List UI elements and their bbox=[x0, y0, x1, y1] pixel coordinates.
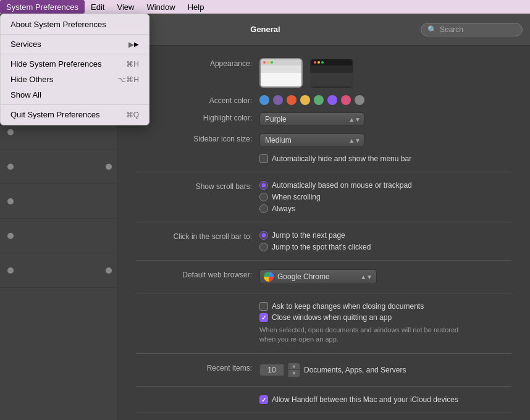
accent-color-green[interactable] bbox=[314, 95, 324, 105]
content-area: Appearance: bbox=[117, 46, 530, 420]
scroll-bars-radio-group: Automatically based on mouse or trackpad… bbox=[259, 181, 412, 213]
scroll-auto-label: Automatically based on mouse or trackpad bbox=[272, 181, 412, 190]
sidebar-icon-4 bbox=[7, 164, 14, 170]
sidebar-icon-size-select[interactable]: Small Medium Large bbox=[259, 133, 364, 147]
jump-page-radio[interactable] bbox=[259, 231, 268, 240]
recent-items-input[interactable] bbox=[259, 364, 284, 376]
highlight-color-row: Highlight color: Purple Blue Green Orang… bbox=[136, 112, 511, 126]
menu-hide[interactable]: Hide System Preferences ⌘H bbox=[1, 56, 149, 72]
accent-color-blue[interactable] bbox=[259, 95, 269, 105]
menu-services[interactable]: Services ▶ bbox=[1, 36, 149, 52]
window-title: General bbox=[110, 25, 421, 34]
scroll-when-radio[interactable] bbox=[259, 193, 268, 201]
highlight-color-select[interactable]: Purple Blue Green Orange Red Gold Pink O… bbox=[259, 112, 364, 126]
menu-separator-2 bbox=[1, 54, 149, 54]
menu-window[interactable]: Window bbox=[140, 0, 181, 14]
divider-4 bbox=[136, 293, 511, 293]
ask-keep-checkbox-item[interactable]: Ask to keep changes when closing documen… bbox=[259, 302, 424, 311]
click-scroll-control: Jump to the next page Jump to the spot t… bbox=[259, 231, 511, 251]
search-box[interactable]: 🔍 bbox=[421, 23, 523, 36]
scroll-when-label: When scrolling bbox=[272, 193, 321, 201]
default-browser-label: Default web browser: bbox=[136, 269, 259, 279]
scroll-bars-row: Show scroll bars: Automatically based on… bbox=[136, 181, 511, 213]
scroll-auto-radio[interactable] bbox=[259, 181, 268, 190]
auto-hide-label-spacer bbox=[136, 154, 259, 156]
auto-hide-control: Automatically hide and show the menu bar bbox=[259, 154, 511, 163]
accent-color-yellow[interactable] bbox=[300, 95, 310, 105]
highlight-color-label: Highlight color: bbox=[136, 112, 259, 122]
auto-hide-checkbox-item[interactable]: Automatically hide and show the menu bar bbox=[259, 154, 411, 163]
jump-spot-radio[interactable] bbox=[259, 243, 268, 251]
highlight-color-select-wrapper: Purple Blue Green Orange Red Gold Pink O… bbox=[259, 112, 364, 126]
menu-view[interactable]: View bbox=[111, 0, 140, 14]
auto-hide-checkbox[interactable] bbox=[259, 154, 268, 163]
accent-color-purple2[interactable] bbox=[327, 95, 337, 105]
stepper-wrapper: ▲ ▼ Documents, Apps, and Servers bbox=[259, 363, 406, 377]
jump-spot-item[interactable]: Jump to the spot that's clicked bbox=[259, 243, 371, 251]
search-input[interactable] bbox=[440, 25, 516, 34]
ask-keep-checkbox[interactable] bbox=[259, 302, 268, 311]
browser-name: Google Chrome bbox=[277, 272, 358, 281]
handoff-checkbox[interactable] bbox=[259, 395, 268, 404]
stepper-down[interactable]: ▼ bbox=[288, 370, 300, 377]
sidebar-item-4[interactable] bbox=[0, 149, 117, 184]
ask-keep-label-spacer bbox=[136, 302, 259, 303]
divider-2 bbox=[136, 222, 511, 222]
scroll-bars-control: Automatically based on mouse or trackpad… bbox=[259, 181, 511, 213]
menu-hide-others[interactable]: Hide Others ⌥⌘H bbox=[1, 72, 149, 87]
stepper-arrows: ▲ ▼ bbox=[288, 363, 300, 377]
sidebar-item-6[interactable] bbox=[0, 219, 117, 253]
handoff-control: Allow Handoff between this Mac and your … bbox=[259, 395, 511, 404]
menu-bar: System Preferences Edit View Window Help bbox=[0, 0, 530, 14]
default-browser-row: Default web browser: Google Chrome ▲▼ bbox=[136, 269, 511, 284]
close-windows-checkbox-item[interactable]: Close windows when quitting an app bbox=[259, 313, 392, 322]
menu-hide-others-shortcut: ⌥⌘H bbox=[117, 75, 139, 84]
sidebar-icon-7 bbox=[7, 267, 14, 274]
recent-items-suffix: Documents, Apps, and Servers bbox=[304, 366, 406, 374]
scroll-auto-item[interactable]: Automatically based on mouse or trackpad bbox=[259, 181, 412, 190]
ask-keep-label: Ask to keep changes when closing documen… bbox=[272, 302, 424, 311]
accent-color-purple[interactable] bbox=[273, 95, 283, 105]
scroll-when-item[interactable]: When scrolling bbox=[259, 193, 412, 201]
divider-5 bbox=[136, 353, 511, 354]
accent-color-orange[interactable] bbox=[287, 95, 297, 105]
browser-select[interactable]: Google Chrome ▲▼ bbox=[259, 269, 377, 284]
scroll-always-item[interactable]: Always bbox=[259, 204, 412, 213]
handoff-checkbox-item[interactable]: Allow Handoff between this Mac and your … bbox=[259, 395, 458, 404]
jump-page-item[interactable]: Jump to the next page bbox=[259, 231, 371, 240]
ask-keep-control: Ask to keep changes when closing documen… bbox=[259, 302, 511, 345]
accent-color-control bbox=[259, 95, 511, 105]
sidebar-icon-6 bbox=[7, 233, 14, 239]
accent-color-gray[interactable] bbox=[355, 95, 364, 105]
sidebar-item-7[interactable] bbox=[0, 253, 117, 288]
accent-color-pink[interactable] bbox=[341, 95, 351, 105]
jump-page-label: Jump to the next page bbox=[272, 231, 345, 240]
menu-quit[interactable]: Quit System Preferences ⌘Q bbox=[1, 107, 149, 122]
sidebar-indicator-7 bbox=[106, 267, 112, 274]
accent-color-row: Accent color: bbox=[136, 95, 511, 105]
menu-separator-3 bbox=[1, 104, 149, 105]
close-windows-checkbox[interactable] bbox=[259, 313, 268, 322]
appearance-light[interactable] bbox=[259, 58, 303, 88]
recent-items-row: Recent items: ▲ ▼ Documents, Apps, and S… bbox=[136, 363, 511, 377]
stepper-up[interactable]: ▲ bbox=[288, 363, 300, 370]
menu-about[interactable]: About System Preferences bbox=[1, 17, 149, 32]
submenu-arrow: ▶ bbox=[128, 40, 134, 49]
menu-edit[interactable]: Edit bbox=[85, 0, 111, 14]
close-windows-label: Close windows when quitting an app bbox=[272, 313, 392, 322]
sidebar-icon-size-select-wrapper: Small Medium Large ▲▼ bbox=[259, 133, 364, 147]
click-scroll-row: Click in the scroll bar to: Jump to the … bbox=[136, 231, 511, 251]
menu-show-all[interactable]: Show All bbox=[1, 87, 149, 103]
appearance-dark[interactable] bbox=[310, 58, 353, 88]
menu-help[interactable]: Help bbox=[182, 0, 211, 14]
menu-quit-shortcut: ⌘Q bbox=[126, 111, 139, 119]
menu-separator-1 bbox=[1, 34, 149, 35]
handoff-label-spacer bbox=[136, 395, 259, 397]
menu-app-name[interactable]: System Preferences bbox=[0, 0, 85, 14]
sidebar-item-5[interactable] bbox=[0, 184, 117, 219]
divider-7 bbox=[136, 413, 511, 413]
scroll-always-radio[interactable] bbox=[259, 204, 268, 213]
click-scroll-radio-group: Jump to the next page Jump to the spot t… bbox=[259, 231, 371, 251]
appearance-thumbs bbox=[259, 58, 353, 88]
ask-keep-row: Ask to keep changes when closing documen… bbox=[136, 302, 511, 345]
